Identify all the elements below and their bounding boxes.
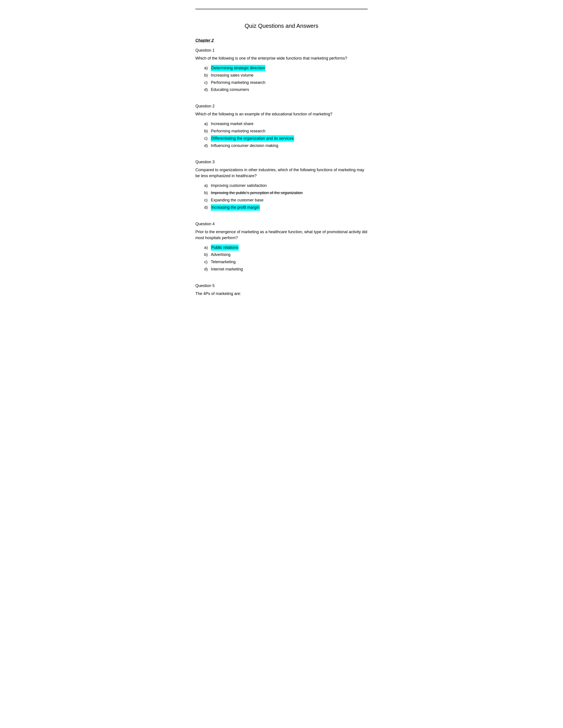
answer-item-4-1: a)Public relations (204, 244, 368, 251)
question-block-5: Question 5The 4Ps of marketing are: (195, 283, 368, 297)
answer-text-1-4: Educating consumers (211, 86, 249, 93)
answer-letter-2-2: b) (204, 128, 211, 134)
questions-container: Question 1Which of the following is one … (195, 48, 368, 297)
answer-item-4-3: c)Telemarketing (204, 259, 368, 265)
question-block-2: Question 2Which of the following is an e… (195, 104, 368, 149)
answer-item-2-1: a)Increasing market share (204, 121, 368, 127)
answer-text-4-1: Public relations (211, 244, 239, 251)
answer-letter-3-1: a) (204, 182, 211, 189)
answer-item-3-4: d)Increasing the profit margin (204, 204, 368, 211)
chapter-heading: Chapter 2 (195, 38, 368, 43)
answer-letter-1-2: b) (204, 72, 211, 79)
answer-text-4-2: Advertising (211, 251, 230, 258)
answer-letter-4-4: d) (204, 266, 211, 272)
answer-letter-4-2: b) (204, 251, 211, 258)
answer-item-1-1: a)Determining strategic direction (204, 65, 368, 71)
answer-text-2-2: Performing marketing research (211, 128, 265, 134)
answer-item-2-3: c)Differentiating the organization and i… (204, 135, 368, 142)
answer-item-1-2: b)Increasing sales volume (204, 72, 368, 79)
question-block-1: Question 1Which of the following is one … (195, 48, 368, 93)
answer-text-1-3: Performing marketing research (211, 79, 265, 86)
question-label-1: Question 1 (195, 48, 368, 53)
answer-list-3: a)Improving customer satisfactionb)Impro… (195, 182, 368, 210)
question-label-3: Question 3 (195, 160, 368, 164)
answer-list-4: a)Public relationsb)Advertisingc)Telemar… (195, 244, 368, 272)
answer-letter-3-3: c) (204, 197, 211, 203)
answer-list-2: a)Increasing market shareb)Performing ma… (195, 121, 368, 149)
answer-letter-2-1: a) (204, 121, 211, 127)
question-text-3: Compared to organizations in other indus… (195, 167, 368, 179)
answer-text-3-2: Improving the public's perception of the… (211, 190, 303, 196)
answer-text-3-3: Expanding the customer base (211, 197, 263, 203)
answer-item-3-3: c)Expanding the customer base (204, 197, 368, 203)
answer-letter-3-4: d) (204, 204, 211, 211)
top-border (195, 9, 368, 9)
question-block-4: Question 4Prior to the emergence of mark… (195, 222, 368, 272)
question-text-1: Which of the following is one of the ent… (195, 55, 368, 61)
answer-text-3-1: Improving customer satisfaction (211, 182, 267, 189)
answer-text-3-4: Increasing the profit margin (211, 204, 260, 211)
answer-list-1: a)Determining strategic directionb)Incre… (195, 65, 368, 93)
answer-letter-3-2: b) (204, 190, 211, 196)
answer-letter-2-4: d) (204, 143, 211, 149)
page-title: Quiz Questions and Answers (195, 23, 368, 29)
answer-letter-1-4: d) (204, 86, 211, 93)
question-text-2: Which of the following is an example of … (195, 111, 368, 117)
answer-letter-2-3: c) (204, 135, 211, 142)
question-text-4: Prior to the emergence of marketing as a… (195, 229, 368, 241)
answer-letter-4-3: c) (204, 259, 211, 265)
question-block-3: Question 3Compared to organizations in o… (195, 160, 368, 210)
answer-text-2-1: Increasing market share (211, 121, 253, 127)
answer-text-4-4: Internet marketing (211, 266, 243, 272)
answer-item-4-4: d)Internet marketing (204, 266, 368, 272)
question-label-4: Question 4 (195, 222, 368, 226)
answer-item-2-2: b)Performing marketing research (204, 128, 368, 134)
answer-text-4-3: Telemarketing (211, 259, 235, 265)
answer-item-2-4: d)Influencing consumer decision making (204, 143, 368, 149)
answer-item-3-2: b)Improving the public's perception of t… (204, 190, 368, 196)
answer-letter-1-1: a) (204, 65, 211, 71)
question-label-5: Question 5 (195, 283, 368, 288)
question-label-2: Question 2 (195, 104, 368, 109)
page-container: Quiz Questions and Answers Chapter 2 Que… (182, 0, 381, 321)
answer-text-2-4: Influencing consumer decision making (211, 143, 278, 149)
answer-text-1-1: Determining strategic direction (211, 65, 265, 71)
answer-item-1-3: c)Performing marketing research (204, 79, 368, 86)
answer-item-4-2: b)Advertising (204, 251, 368, 258)
answer-item-1-4: d)Educating consumers (204, 86, 368, 93)
answer-letter-1-3: c) (204, 79, 211, 86)
answer-text-1-2: Increasing sales volume (211, 72, 253, 79)
answer-item-3-1: a)Improving customer satisfaction (204, 182, 368, 189)
answer-text-2-3: Differentiating the organization and its… (211, 135, 294, 142)
answer-letter-4-1: a) (204, 244, 211, 251)
question-text-5: The 4Ps of marketing are: (195, 291, 368, 297)
